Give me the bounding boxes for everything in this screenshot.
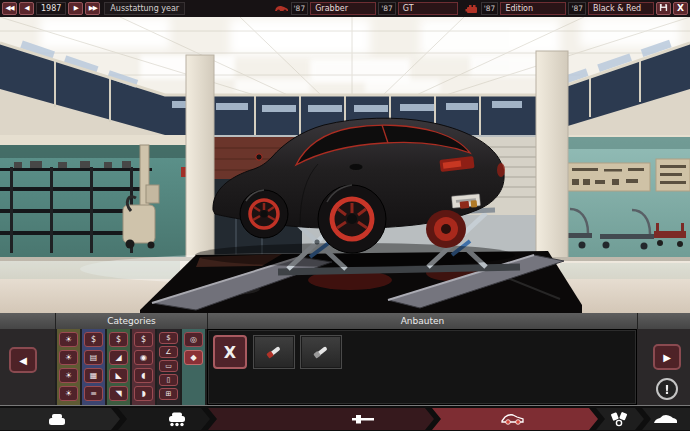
scroll-right-button[interactable]: ▶ [653, 344, 681, 370]
pistons-icon [608, 411, 630, 427]
category-column-aero: $◢◣◥ [107, 329, 130, 405]
tab-trim-gt[interactable]: GT [398, 2, 458, 15]
stage-tuning-tab[interactable] [208, 408, 434, 430]
headlight-a-icon[interactable]: ☀ [59, 332, 78, 347]
info-button[interactable]: ! [656, 378, 678, 400]
fire-extinguisher [181, 167, 186, 177]
garage-viewport[interactable] [0, 17, 690, 313]
headlight-b-icon[interactable]: ☀ [59, 350, 78, 365]
engine-icon [465, 3, 479, 14]
license-plate-icon[interactable]: ▭ [159, 360, 178, 372]
engine-variant-group: '87 Edition '87 Black & Red [465, 2, 654, 15]
anbauten-panel: X [207, 329, 637, 405]
category-column-grilles: $▤▦≡ [82, 329, 105, 405]
right-pillar [536, 51, 568, 259]
door-mirror [256, 154, 262, 160]
tail-lamp-far [497, 163, 505, 177]
cost-icon[interactable]: $ [84, 332, 103, 347]
car-designer-window: ◀◀ ◀ 1987 ▶ ▶▶ Ausstattung year '87 Grab… [0, 0, 690, 431]
variant-year-chip: '87 [568, 2, 586, 15]
left-alcove [0, 145, 190, 259]
front-wheel [240, 190, 288, 238]
car-front-wheels-icon [165, 411, 189, 427]
mirror-part-icon [309, 342, 333, 362]
car-front-icon [45, 411, 69, 427]
clear-selection-button[interactable]: X [213, 335, 247, 369]
tab-variant-black-red[interactable]: Black & Red [588, 2, 654, 15]
left-pillar [186, 55, 214, 259]
engine-parts-icon[interactable]: ⊞ [159, 388, 178, 400]
mirror-fixture-2[interactable] [300, 335, 342, 369]
tab-trim-grabber[interactable]: Grabber [310, 2, 376, 15]
car-icon [274, 3, 289, 14]
save-button[interactable] [656, 2, 671, 15]
rear-wheel [318, 185, 386, 253]
stage-trim-fixtures-tab[interactable] [118, 408, 210, 430]
cost-icon[interactable]: $ [159, 332, 178, 344]
cost-icon[interactable]: $ [109, 332, 128, 347]
anbauten-header: Anbauten [208, 313, 637, 329]
cost-icon[interactable]: $ [134, 332, 153, 347]
variant-year-chip: '87 [481, 2, 499, 15]
car-side-icon [500, 411, 526, 427]
year-mode-label: Ausstattung year [104, 2, 185, 15]
mirror-fixture-1[interactable] [253, 335, 295, 369]
category-column-lights: ☀☀☀☀ [57, 329, 80, 405]
year-next-button[interactable]: ▶ [68, 2, 83, 15]
rear-spoiler-icon[interactable]: ◥ [109, 386, 128, 401]
slider-icon [350, 411, 376, 427]
year-last-button[interactable]: ▶▶ [85, 2, 100, 15]
category-column-accessories: $◉◖◗ [132, 329, 155, 405]
panel-body: ◀ ☀☀☀☀$▤▦≡$◢◣◥$◉◖◗$∠▭▯⊞◎◆ X ▶ ! [0, 329, 690, 405]
louvre-icon[interactable]: ≡ [84, 386, 103, 401]
car-silhouette-icon [653, 411, 679, 427]
category-column-misc: $∠▭▯⊞ [157, 329, 180, 405]
steering-wheel-icon[interactable]: ◉ [134, 350, 153, 365]
scroll-left-button[interactable]: ◀ [9, 347, 37, 373]
top-toolbar: ◀◀ ◀ 1987 ▶ ▶▶ Ausstattung year '87 Grab… [0, 0, 690, 17]
panel-header-right [638, 313, 690, 329]
close-button[interactable]: X [673, 2, 688, 15]
grille-icon[interactable]: ▤ [84, 350, 103, 365]
headlight-c-icon[interactable]: ☀ [59, 368, 78, 383]
tab-variant-edition[interactable]: Edition [500, 2, 566, 15]
floppy-icon [659, 3, 668, 12]
door-handle [349, 164, 363, 171]
brake-icon[interactable]: ◆ [184, 350, 203, 365]
year-first-button[interactable]: ◀◀ [2, 2, 17, 15]
trim-year-chip: '87 [378, 2, 396, 15]
lip-spoiler-icon[interactable]: ◣ [109, 368, 128, 383]
decal-icon[interactable]: ▯ [159, 374, 178, 386]
trim-year-chip: '87 [291, 2, 309, 15]
stage-bar [0, 405, 690, 431]
mirror-left-icon[interactable]: ◖ [134, 368, 153, 383]
panel-header: Categories Anbauten [0, 313, 690, 329]
anbauten-items [253, 335, 342, 369]
vent-icon[interactable]: ▦ [84, 368, 103, 383]
far-wheel [426, 210, 466, 248]
year-prev-button[interactable]: ◀ [19, 2, 34, 15]
rim-icon[interactable]: ◎ [184, 332, 203, 347]
year-value: 1987 [36, 2, 66, 15]
panel-header-left [0, 313, 55, 329]
mirror-right-icon[interactable]: ◗ [134, 386, 153, 401]
categories-grid: ☀☀☀☀$▤▦≡$◢◣◥$◉◖◗$∠▭▯⊞◎◆ [55, 329, 207, 405]
categories-header: Categories [56, 313, 207, 329]
wing-icon[interactable]: ◢ [109, 350, 128, 365]
antenna-icon[interactable]: ∠ [159, 346, 178, 358]
category-column-wheels: ◎◆ [182, 329, 205, 405]
headlight-d-icon[interactable]: ☀ [59, 386, 78, 401]
mirror-part-icon [262, 342, 286, 362]
model-trim-group: '87 Grabber '87 GT [274, 2, 458, 15]
tool-board [566, 159, 690, 191]
